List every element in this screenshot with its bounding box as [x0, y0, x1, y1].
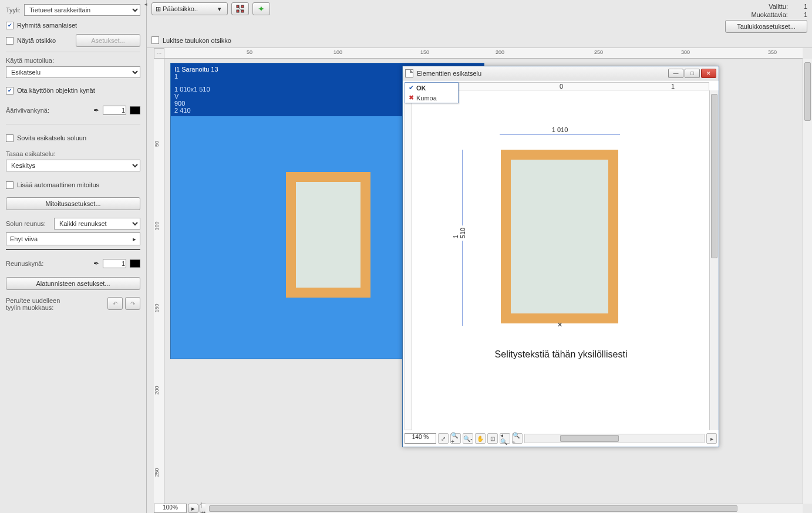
divider — [6, 124, 140, 124]
preview-window[interactable]: Elementtien esikatselu — □ ✕ -1 0 1 — [402, 66, 719, 447]
nav-first-icon[interactable]: ▸ — [188, 504, 198, 513]
pan-icon[interactable]: ✋ — [475, 433, 486, 444]
menu-ok[interactable]: ✔OK — [405, 83, 458, 93]
pen-icon: ✒ — [93, 259, 99, 268]
zoom-next-icon[interactable]: 🔍▸ — [512, 433, 523, 444]
outline-pen-input[interactable] — [103, 106, 126, 115]
group-similar-checkbox[interactable] — [6, 22, 14, 29]
scroll-right-icon[interactable]: ▸ — [706, 433, 717, 444]
zoom-extents-icon[interactable]: ⊡ — [487, 433, 498, 444]
border-pen-label: Reunuskynä: — [6, 260, 43, 267]
preview-window-frame[interactable] — [501, 150, 618, 323]
zoom-out-icon[interactable]: 🔍- — [463, 433, 473, 444]
document-icon — [405, 69, 413, 77]
preview-canvas[interactable]: 1 010 1 510 ✕ Selitystekstiä tähän yksil… — [413, 91, 709, 430]
collapse-sidebar-icon[interactable]: ◂ — [144, 1, 150, 9]
editable-label: Muokattavia: — [752, 11, 788, 18]
close-button[interactable]: ✕ — [701, 69, 716, 78]
preview-v-ruler[interactable] — [405, 90, 412, 430]
footer-settings-button[interactable]: Alatunnisteen asetukset... — [6, 277, 140, 290]
origin-marker-icon: ✕ — [557, 321, 562, 329]
main-scrollbar-v[interactable] — [803, 59, 812, 504]
menu-cancel[interactable]: ✖Kumoa — [405, 93, 458, 103]
preview-window-titlebar[interactable]: Elementtien esikatselu — □ ✕ — [403, 66, 719, 80]
outline-pen-label: Ääriviivankynä: — [6, 107, 49, 114]
settings-sidebar: Tyyli: Tietueet sarakkeittain Ryhmitä sa… — [0, 0, 147, 513]
redo-button[interactable]: ↷ — [125, 297, 140, 310]
canvas-area: … 50 100 150 200 250 300 350 50 100 150 … — [147, 48, 812, 513]
preview-window-glass — [508, 157, 611, 316]
pen-icon: ✒ — [93, 106, 99, 114]
dimension-settings-button[interactable]: Mitoitusasetukset... — [6, 197, 140, 210]
lock-header-checkbox[interactable] — [151, 36, 159, 44]
group-similar-label: Ryhmitä samanlaiset — [17, 22, 77, 29]
undo-button[interactable]: ↶ — [107, 297, 123, 310]
main-zoom-field[interactable]: 100% — [154, 504, 187, 513]
editable-value: 1 — [790, 11, 807, 19]
show-header-checkbox[interactable] — [6, 37, 14, 45]
border-pen-input[interactable] — [103, 259, 126, 268]
maximize-button[interactable]: □ — [685, 69, 700, 78]
format-select[interactable]: Esikatselu — [6, 66, 140, 78]
outline-color-swatch[interactable] — [130, 106, 140, 114]
ruler-corner-button[interactable]: … — [154, 48, 164, 59]
preview-scrollbar-v[interactable] — [709, 90, 719, 430]
preview-scrollbar-h[interactable] — [524, 434, 705, 443]
use-pens-checkbox[interactable] — [6, 87, 14, 95]
style-select[interactable]: Tietueet sarakkeittain — [24, 4, 140, 16]
zoom-in-icon[interactable]: 🔍+ — [450, 433, 461, 444]
preview-window-title: Elementtien esikatselu — [417, 70, 665, 77]
line-type-arrow-icon[interactable]: ▸ — [133, 235, 136, 243]
svg-rect-1 — [241, 5, 244, 8]
line-preview — [6, 249, 140, 250]
undo-redo-label: Peru/tee uudelleen tyylin muokkaus: — [6, 297, 60, 311]
lock-header-label: Lukitse taulukon otsikko — [163, 37, 231, 44]
header-settings-button[interactable]: Asetukset... — [76, 34, 140, 47]
selected-label: Valittu: — [769, 3, 788, 10]
add-tool-icon[interactable]: ✦ — [252, 2, 270, 15]
horizontal-ruler[interactable]: 50 100 150 200 250 300 350 — [164, 48, 803, 59]
auto-dim-checkbox[interactable] — [6, 181, 14, 189]
vertical-ruler[interactable]: 50 100 150 200 250 — [154, 59, 164, 504]
cell-border-label: Solun reunus: — [6, 220, 46, 227]
main-header-button[interactable]: ⊞ Pääotsikko.. ▾ — [151, 2, 228, 15]
page-window-frame[interactable] — [286, 172, 370, 298]
preview-zoom-field[interactable]: 140 % — [405, 433, 436, 444]
select-tool-icon[interactable] — [231, 2, 249, 15]
line-type-label: Ehyt viiva — [10, 235, 38, 242]
dimension-width: 1 010 — [500, 126, 620, 133]
selected-value: 1 — [790, 2, 807, 11]
fit-preview-checkbox[interactable] — [6, 134, 14, 142]
divider — [6, 52, 140, 52]
zoom-fit-icon[interactable]: ⤢ — [438, 433, 449, 444]
minimize-button[interactable]: — — [668, 69, 683, 78]
zoom-prev-icon[interactable]: ◂🔍 — [500, 433, 510, 444]
style-label: Tyyli: — [6, 6, 21, 14]
use-pens-label: Ota käyttöön objektin kynät — [17, 87, 95, 94]
svg-rect-2 — [237, 10, 239, 12]
show-header-label: Näytä otsikko — [17, 37, 56, 44]
main-area: ◂ ⊞ Pääotsikko.. ▾ ✦ Valittu: 1 Muokatta… — [147, 0, 812, 513]
cell-border-select[interactable]: Kaikki reunukset — [54, 218, 140, 230]
border-color-swatch[interactable] — [130, 259, 140, 268]
auto-dim-label: Lisää automaattinen mitoitus — [17, 181, 99, 188]
align-select[interactable]: Keskitys — [6, 160, 140, 171]
context-menu: ✔OK ✖Kumoa — [405, 82, 459, 103]
main-scrollbar-h[interactable] — [205, 504, 803, 513]
page-window-glass — [293, 179, 363, 291]
apply-format-label: Käytä muotoilua: — [6, 57, 140, 64]
fit-preview-label: Sovita esikatselu soluun — [17, 134, 86, 141]
preview-bottom-toolbar: 140 % ⤢ 🔍+ 🔍- ✋ ⊡ ◂🔍 🔍▸ ▸ — [405, 432, 717, 445]
align-preview-label: Tasaa esikatselu: — [6, 150, 140, 157]
table-settings-button[interactable]: Taulukkoasetukset... — [725, 20, 807, 33]
preview-caption: Selitystekstiä tähän yksilöllisesti — [413, 349, 709, 360]
